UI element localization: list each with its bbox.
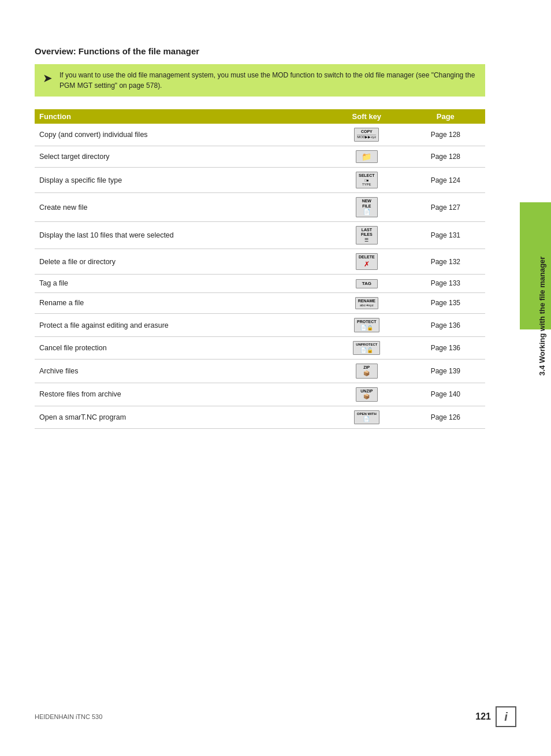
function-cell: Restore files from archive — [35, 383, 327, 406]
page-cell: Page 139 — [406, 360, 485, 383]
softkey-unzip-icon: UNZIP📦 — [356, 387, 378, 402]
table-row: Restore files from archiveUNZIP📦Page 140 — [35, 383, 485, 406]
softkey-lastfiles-icon: LASTFILES☰ — [356, 226, 378, 244]
softkey-cell: OPEN WITH📄 — [327, 406, 406, 428]
function-cell: Protect a file against editing and erasu… — [35, 314, 327, 337]
function-cell: Select target directory — [35, 146, 327, 168]
page-cell: Page 135 — [406, 292, 485, 314]
softkey-cell: TAG — [327, 275, 406, 293]
page-cell: Page 126 — [406, 406, 485, 428]
function-cell: Open a smarT.NC program — [35, 406, 327, 428]
softkey-protect-icon: PROTECT📄🔒 — [354, 318, 379, 332]
softkey-select-icon: SELECT□■TYPE — [356, 172, 378, 188]
info-icon: i — [504, 710, 508, 724]
table-row: Display a specific file typeSELECT□■TYPE… — [35, 168, 485, 193]
table-row: Copy (and convert) individual filesCOPYM… — [35, 124, 485, 146]
softkey-cell: PROTECT📄🔒 — [327, 314, 406, 337]
side-tab: 3.4 Working with the file manager — [520, 0, 551, 756]
col-header-softkey: Soft key — [327, 109, 406, 124]
table-row: Protect a file against editing and erasu… — [35, 314, 485, 337]
softkey-cell: RENAMEabc➔xyz — [327, 292, 406, 314]
footer-brand: HEIDENHAIN iTNC 530 — [35, 713, 102, 720]
function-cell: Copy (and convert) individual files — [35, 124, 327, 146]
page-cell: Page 133 — [406, 275, 485, 293]
col-header-page: Page — [406, 109, 485, 124]
side-tab-label: 3.4 Working with the file manager — [538, 144, 546, 376]
softkey-delete-icon: DELETE✗ — [356, 253, 378, 270]
softkey-unprotect-icon: UNPROTECT📄🔓 — [353, 341, 380, 355]
softkey-cell: SELECT□■TYPE — [327, 168, 406, 193]
info-icon-box: i — [496, 706, 516, 727]
table-row: Tag a fileTAGPage 133 — [35, 275, 485, 293]
page-cell: Page 128 — [406, 146, 485, 168]
softkey-openwith-icon: OPEN WITH📄 — [354, 410, 379, 424]
function-cell: Create new file — [35, 193, 327, 222]
table-row: Cancel file protectionUNPROTECT📄🔓Page 13… — [35, 337, 485, 360]
softkey-cell: ZIP📦 — [327, 360, 406, 383]
page-cell: Page 124 — [406, 168, 485, 193]
softkey-cell: COPYMOD▶▶xyz — [327, 124, 406, 146]
page-cell: Page 132 — [406, 249, 485, 275]
page-cell: Page 128 — [406, 124, 485, 146]
table-row: Create new fileNEWFILE📄Page 127 — [35, 193, 485, 222]
page-number: 121 — [475, 711, 491, 722]
softkey-cell: UNZIP📦 — [327, 383, 406, 406]
table-row: Delete a file or directoryDELETE✗Page 13… — [35, 249, 485, 275]
table-row: Select target directory📁Page 128 — [35, 146, 485, 168]
table-row: Open a smarT.NC programOPEN WITH📄Page 12… — [35, 406, 485, 428]
softkey-rename-icon: RENAMEabc➔xyz — [355, 297, 378, 310]
table-row: Display the last 10 files that were sele… — [35, 221, 485, 249]
function-cell: Rename a file — [35, 292, 327, 314]
softkey-cell: UNPROTECT📄🔓 — [327, 337, 406, 360]
softkey-copy-icon: COPYMOD▶▶xyz — [354, 128, 379, 142]
page-cell: Page 136 — [406, 337, 485, 360]
softkey-cell: DELETE✗ — [327, 249, 406, 275]
softkey-cell: NEWFILE📄 — [327, 193, 406, 222]
softkey-newfile-icon: NEWFILE📄 — [356, 197, 378, 217]
function-cell: Display the last 10 files that were sele… — [35, 221, 327, 249]
page-content: Overview: Functions of the file manager … — [0, 0, 520, 756]
col-header-function: Function — [35, 109, 327, 124]
softkey-zip-icon: ZIP📦 — [356, 364, 378, 378]
page-cell: Page 136 — [406, 314, 485, 337]
function-cell: Display a specific file type — [35, 168, 327, 193]
notice-text: If you want to use the old file manageme… — [59, 70, 477, 91]
footer-right: 121 i — [475, 706, 516, 727]
page-cell: Page 131 — [406, 221, 485, 249]
page-cell: Page 140 — [406, 383, 485, 406]
function-cell: Tag a file — [35, 275, 327, 293]
function-cell: Cancel file protection — [35, 337, 327, 360]
arrow-icon: ➤ — [43, 71, 53, 85]
function-cell: Delete a file or directory — [35, 249, 327, 275]
softkey-cell: 📁 — [327, 146, 406, 168]
section-title: Overview: Functions of the file manager — [35, 46, 485, 56]
table-row: Rename a fileRENAMEabc➔xyzPage 135 — [35, 292, 485, 314]
softkey-folder-icon: 📁 — [356, 150, 378, 164]
softkey-tag-icon: TAG — [356, 279, 378, 288]
footer: HEIDENHAIN iTNC 530 121 i — [35, 706, 516, 727]
page-cell: Page 127 — [406, 193, 485, 222]
softkey-cell: LASTFILES☰ — [327, 221, 406, 249]
notice-box: ➤ If you want to use the old file manage… — [35, 64, 485, 97]
table-header-row: Function Soft key Page — [35, 109, 485, 124]
function-table: Function Soft key Page Copy (and convert… — [35, 109, 485, 429]
table-row: Archive filesZIP📦Page 139 — [35, 360, 485, 383]
function-cell: Archive files — [35, 360, 327, 383]
